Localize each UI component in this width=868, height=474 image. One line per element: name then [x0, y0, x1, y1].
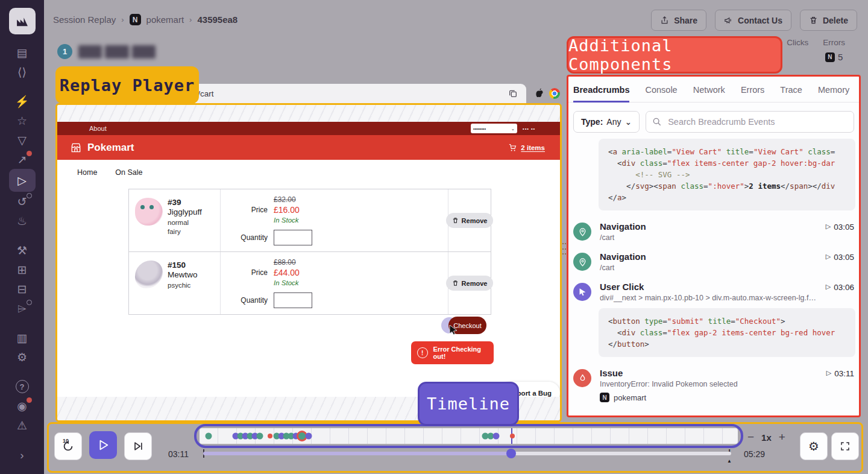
nav-link-on-sale[interactable]: On Sale	[115, 168, 142, 177]
view-cart-link[interactable]: 2 items	[508, 143, 545, 152]
pokemart-brand[interactable]: Pokemart	[70, 142, 134, 154]
event-subtitle: /cart	[600, 264, 817, 272]
masked-user-name	[78, 45, 156, 58]
quantity-input[interactable]	[274, 230, 312, 245]
sidebar-item-trends[interactable]: ↗	[9, 150, 36, 169]
event-timestamp[interactable]: ▷03:11	[826, 368, 854, 402]
sidebar-item-warning[interactable]: ⚠	[9, 416, 36, 435]
quantity-input[interactable]	[274, 292, 312, 308]
sidebar-item-collapse[interactable]: ›	[9, 445, 36, 464]
sidebar-item-session-replay[interactable]: ▷	[9, 169, 36, 192]
play-icon: ▷	[826, 369, 831, 377]
errors-value: N 5	[825, 52, 843, 62]
code-snippet: <a aria-label="View Cart" title="View Ca…	[599, 139, 855, 210]
old-price: £32.00	[274, 195, 448, 204]
masked-select[interactable]: ••••••••⌄	[471, 124, 517, 133]
breadcrumb-event-navigation[interactable]: Navigation/cart▷03:05	[573, 248, 857, 278]
sidebar-item-history[interactable]: ↺	[9, 192, 36, 211]
nextjs-logo-icon: N	[600, 393, 609, 402]
inspector-tab[interactable]: Trace	[780, 85, 802, 103]
chevron-down-icon: ⌄	[624, 117, 632, 127]
trash-icon	[452, 280, 459, 286]
event-timestamp[interactable]: ▷03:06	[826, 282, 854, 302]
cart-table: #39 Jigglypuff normal fairy Price £32.00…	[128, 189, 491, 315]
search-input[interactable]	[667, 116, 848, 127]
panel-resize-handle[interactable]	[562, 243, 566, 258]
masked-text: ••• ••	[523, 126, 535, 131]
remove-button[interactable]: Remove	[446, 276, 494, 291]
breadcrumb-search[interactable]	[646, 111, 854, 133]
trash-icon	[452, 217, 459, 224]
nav-link-home[interactable]: Home	[77, 168, 97, 177]
sidebar-item-star[interactable]: ☆	[9, 111, 36, 130]
breadcrumb-event-navigation[interactable]: Navigation/cart▷03:05	[573, 218, 857, 248]
sidebar-item-layout[interactable]: ⊞	[9, 260, 36, 279]
event-timestamp[interactable]: ▷03:05	[826, 221, 854, 242]
trash-icon	[809, 16, 818, 25]
apple-icon	[534, 87, 544, 99]
timeline-event-dot[interactable]	[268, 434, 272, 438]
event-title: Issue	[600, 368, 818, 378]
about-link[interactable]: About	[89, 125, 107, 132]
nextjs-logo-icon: N	[130, 14, 141, 25]
replay-player: About ••••••••⌄ ••• •• Pokemart 2 items …	[55, 103, 562, 422]
copy-icon[interactable]	[508, 89, 518, 98]
timeline-event-dot[interactable]	[306, 433, 312, 440]
breadcrumb-event-user-click[interactable]: User Clickdiv#__next > main.px-10.pb-10 …	[573, 278, 857, 308]
contact-us-button[interactable]: Contact Us	[715, 10, 791, 31]
event-subtitle: /cart	[600, 233, 817, 242]
play-icon: ▷	[826, 253, 831, 261]
inspector-tab[interactable]: Network	[693, 85, 725, 103]
timeline-event-dot[interactable]	[206, 433, 212, 440]
sidebar-item-code-folder[interactable]: ⟨⟩	[9, 62, 36, 81]
event-timestamp[interactable]: ▷03:05	[826, 251, 854, 272]
annotation-timeline: Timeline	[418, 382, 519, 426]
project-badge: Npokemart	[600, 393, 818, 402]
sidebar-item-broadcast[interactable]: ◉	[9, 396, 36, 416]
sidebar-item-archive[interactable]: ▤	[9, 43, 36, 62]
timeline-track[interactable]	[200, 428, 738, 444]
pin-icon	[573, 253, 591, 271]
sidebar-item-bar-chart[interactable]: ▥	[9, 328, 36, 347]
app-logo-icon[interactable]	[9, 8, 36, 34]
alert-icon: !	[417, 347, 428, 358]
event-title: Navigation	[600, 251, 817, 262]
sidebar-item-drawer[interactable]: ⊟	[9, 279, 36, 299]
sidebar-item-zap[interactable]: ⚡	[9, 92, 36, 111]
store-icon	[70, 142, 82, 154]
sidebar-item-hammer[interactable]: ⚒	[9, 241, 36, 260]
sidebar-item-siren[interactable]: ♨	[9, 211, 36, 230]
breadcrumb-event-issue[interactable]: IssueInventoryError: Invalid Pokemon sel…	[573, 364, 857, 408]
breadcrumb-project[interactable]: pokemart	[146, 14, 184, 25]
remove-label: Remove	[462, 280, 488, 287]
sidebar-item-gear[interactable]: ⚙	[9, 347, 36, 367]
inspector-tab[interactable]: Memory	[818, 85, 849, 103]
inspector-tab[interactable]: Console	[645, 85, 677, 103]
annotation-replay-player: Replay Player	[55, 66, 199, 104]
timeline-event-dot[interactable]	[493, 433, 500, 440]
type-filter-dropdown[interactable]: Type:Any⌄	[573, 111, 640, 133]
remove-label: Remove	[462, 217, 488, 224]
share-button[interactable]: Share	[651, 10, 706, 31]
seek-bar[interactable]	[203, 452, 731, 455]
app-window: ▤ ⟨⟩ ⚡ ☆ ▽ ↗ ▷	[0, 0, 868, 474]
seek-thumb[interactable]	[506, 449, 516, 458]
breadcrumb-root[interactable]: Session Replay	[53, 14, 116, 25]
viewport-overflow-hatch	[57, 105, 560, 122]
cart-icon	[508, 143, 517, 152]
pin-icon	[573, 223, 591, 241]
nextjs-logo-icon: N	[825, 52, 835, 62]
stock-status: In Stock	[274, 216, 448, 224]
inspector-tab[interactable]: Breadcrumbs	[573, 85, 629, 103]
timeline-event-dot[interactable]	[257, 433, 263, 440]
sidebar-item-help[interactable]: ?	[9, 377, 36, 396]
remove-button[interactable]: Remove	[446, 213, 494, 228]
event-subtitle: InventoryError: Invalid Pokemon selected	[600, 380, 818, 388]
cart-item-row-Jigglypuff: #39 Jigglypuff normal fairy Price £32.00…	[129, 189, 491, 251]
timeline-event-dot[interactable]	[510, 434, 515, 438]
user-number-avatar[interactable]: 1	[57, 44, 72, 59]
delete-button[interactable]: Delete	[800, 10, 857, 31]
sidebar-item-funnel[interactable]: ▽	[9, 130, 36, 150]
inspector-tab[interactable]: Errors	[741, 85, 764, 103]
sidebar-item-megaphone[interactable]: ⌲	[9, 299, 36, 318]
